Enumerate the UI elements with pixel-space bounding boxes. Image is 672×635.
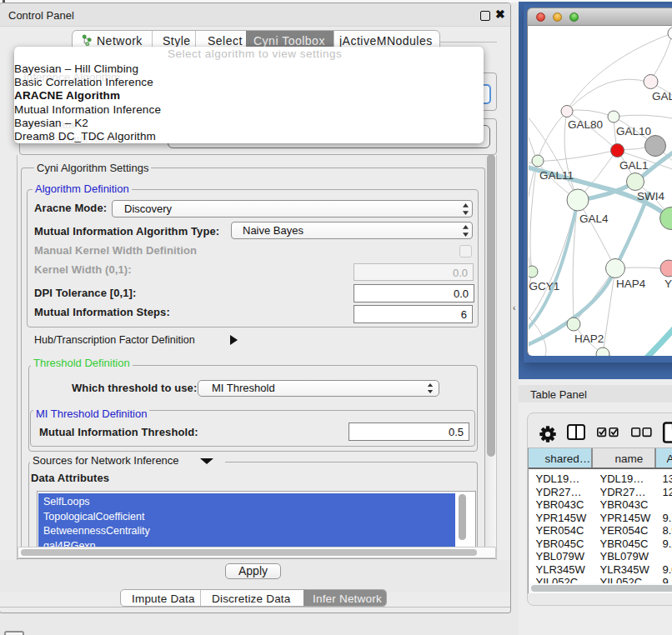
svg-text:HAP2: HAP2	[574, 332, 604, 345]
svg-text:GAL10: GAL10	[616, 125, 651, 138]
svg-text:GAL80: GAL80	[568, 118, 603, 131]
svg-text:GAL2: GAL2	[652, 90, 672, 102]
svg-text:YEL0: YEL0	[664, 278, 672, 290]
svg-text:GAL1: GAL1	[619, 159, 649, 172]
svg-text:GAL4: GAL4	[579, 212, 609, 225]
svg-text:GCY1: GCY1	[529, 280, 560, 292]
svg-text:HAP4: HAP4	[616, 278, 646, 290]
svg-text:SWI4: SWI4	[637, 190, 664, 202]
svg-text:GAL11: GAL11	[539, 169, 574, 182]
